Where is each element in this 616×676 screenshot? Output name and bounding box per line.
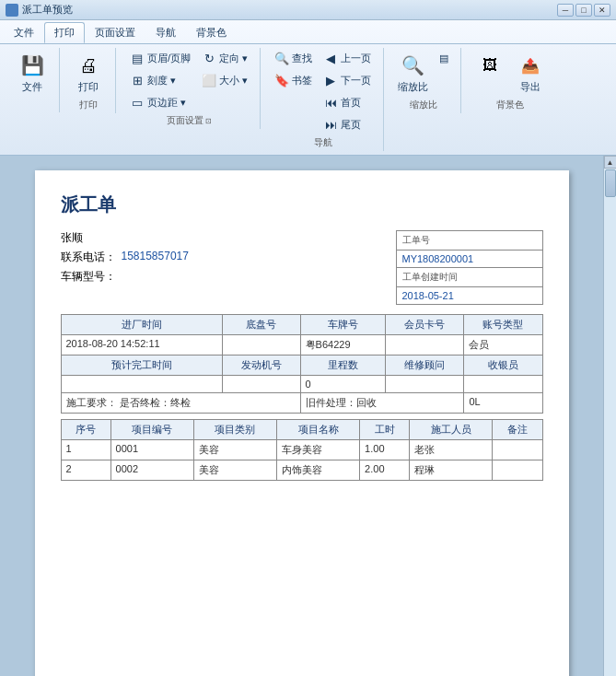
ribbon-group-page-setup: ▤ 页眉/页脚 ⊞ 刻度 ▾ ▭ 页边距 ▾ ↻ 定向 ▾ xyxy=(118,48,261,129)
document-page: 派工单 张顺 联系电话： 15815857017 车辆型号： xyxy=(35,170,569,676)
bg-icon: 🖼 xyxy=(475,51,505,80)
detail-hours-1: 1.00 xyxy=(360,440,410,460)
entry-time-value: 2018-08-20 14:52:11 xyxy=(61,335,222,355)
margin-icon: ▭ xyxy=(130,95,145,110)
header-footer-icon: ▤ xyxy=(130,51,145,65)
chassis-value xyxy=(222,335,300,355)
detail-note-1 xyxy=(493,440,542,460)
tab-print[interactable]: 打印 xyxy=(44,22,85,43)
work-order-value-row: MY1808200001 xyxy=(397,251,542,268)
account-type-value: 会员 xyxy=(464,335,542,355)
detail-row-1: 1 0001 美容 车身美容 1.00 老张 xyxy=(61,440,542,460)
page-setup-expand-icon[interactable]: ⊡ xyxy=(205,117,212,125)
col-engine: 发动机号 xyxy=(222,355,300,376)
window-title: 派工单预览 xyxy=(22,3,73,17)
title-bar: 派工单预览 ─ □ ✕ xyxy=(0,0,616,20)
zoom-option-button[interactable]: ▤ xyxy=(435,50,453,67)
work-order-label-row: 工单号 xyxy=(397,231,542,251)
col-mileage: 里程数 xyxy=(300,355,386,376)
zoom-button[interactable]: 🔍 缩放比 xyxy=(393,48,433,97)
find-button[interactable]: 🔍 查找 xyxy=(270,48,317,68)
export-label: 导出 xyxy=(520,80,540,94)
last-page-button[interactable]: ⏭ 尾页 xyxy=(319,114,376,134)
info-section: 张顺 联系电话： 15815857017 车辆型号： 工单号 MY1 xyxy=(61,230,543,305)
bg-button[interactable]: 🖼 xyxy=(471,48,509,83)
detail-name-2: 内饰美容 xyxy=(276,460,359,481)
print-label: 打印 xyxy=(78,80,99,94)
table-row-req: 施工要求： 是否终检：终检 旧件处理：回收 0L xyxy=(61,393,542,414)
prev-page-button[interactable]: ◀ 上一页 xyxy=(319,48,376,68)
customer-name: 张顺 xyxy=(61,230,83,246)
bookmark-button[interactable]: 🔖 书签 xyxy=(270,70,317,90)
margin-button[interactable]: ▭ 页边距 ▾ xyxy=(125,92,195,112)
col-account-type: 账号类型 xyxy=(464,315,542,335)
tab-navigation[interactable]: 导航 xyxy=(145,22,186,43)
scroll-thumb-v[interactable] xyxy=(605,169,616,197)
next-page-icon: ▶ xyxy=(323,73,338,87)
header-footer-button[interactable]: ▤ 页眉/页脚 xyxy=(125,48,195,68)
maximize-button[interactable]: □ xyxy=(575,4,592,17)
detail-col-category: 项目类别 xyxy=(193,420,276,440)
member-card-value xyxy=(386,335,464,355)
info-table: 进厂时间 底盘号 车牌号 会员卡号 账号类型 2018-08-20 14:52:… xyxy=(61,314,543,414)
phone-value: 15815857017 xyxy=(122,250,189,265)
ribbon-group-bg: 🖼 📤 导出 背景色 xyxy=(463,48,557,113)
nav-group-label: 导航 xyxy=(314,136,332,149)
detail-note-2 xyxy=(493,460,542,481)
cashier-value xyxy=(464,376,542,393)
orientation-button[interactable]: ↻ 定向 ▾ xyxy=(197,48,252,68)
oil-value: 0L xyxy=(469,396,480,407)
req-label: 施工要求： xyxy=(66,397,117,408)
tab-page-setup[interactable]: 页面设置 xyxy=(85,22,145,43)
detail-name-1: 车身美容 xyxy=(276,440,359,460)
order-info-box: 工单号 MY1808200001 工单创建时间 2018-05-21 xyxy=(396,230,543,305)
orientation-icon: ↻ xyxy=(202,51,216,65)
zoom-icon: 🔍 xyxy=(399,51,428,80)
inspection-value: 是否终检：终检 xyxy=(120,397,191,408)
oil-cell: 0L xyxy=(464,393,542,414)
req-cell: 施工要求： 是否终检：终检 xyxy=(61,393,300,414)
save-button[interactable]: 💾 文件 xyxy=(13,48,52,97)
detail-worker-2: 程琳 xyxy=(410,460,493,481)
last-page-icon: ⏭ xyxy=(323,117,338,132)
tab-bg-color[interactable]: 背景色 xyxy=(186,22,237,43)
vertical-scrollbar[interactable]: ▲ ▼ xyxy=(603,156,616,676)
detail-col-seq: 序号 xyxy=(61,420,110,440)
detail-seq-2: 2 xyxy=(61,460,110,481)
parts-label: 旧件处理：回收 xyxy=(306,397,377,408)
close-button[interactable]: ✕ xyxy=(594,4,610,17)
size-icon: ⬜ xyxy=(202,73,216,87)
minimize-button[interactable]: ─ xyxy=(557,4,574,17)
print-icon: 🖨 xyxy=(74,51,103,80)
detail-col-worker: 施工人员 xyxy=(410,420,493,440)
first-page-icon: ⏮ xyxy=(323,95,338,110)
find-icon: 🔍 xyxy=(274,51,289,65)
next-page-button[interactable]: ▶ 下一页 xyxy=(319,70,376,90)
first-page-button[interactable]: ⏮ 首页 xyxy=(319,92,376,112)
tab-file[interactable]: 文件 xyxy=(4,22,44,43)
page-setup-group-label: 页面设置 xyxy=(167,114,203,127)
size-button[interactable]: ⬜ 大小 ▾ xyxy=(197,70,252,90)
detail-col-note: 备注 xyxy=(493,420,542,440)
app-icon xyxy=(6,4,18,17)
scroll-up-arrow[interactable]: ▲ xyxy=(604,156,617,169)
print-button[interactable]: 🖨 打印 xyxy=(69,48,108,97)
ribbon-group-navigation: 🔍 查找 🔖 书签 ◀ 上一页 ▶ 下一页 xyxy=(262,48,384,151)
prev-page-icon: ◀ xyxy=(323,51,338,65)
engine-value xyxy=(222,376,300,393)
zoom-group-label: 缩放比 xyxy=(410,99,437,111)
ribbon-tabs: 文件 打印 页面设置 导航 背景色 xyxy=(0,20,616,43)
ribbon: 文件 打印 页面设置 导航 背景色 💾 文件 🖨 打印 打印 xyxy=(0,20,616,156)
col-entry-time: 进厂时间 xyxy=(61,315,222,335)
detail-seq-1: 1 xyxy=(61,440,110,460)
bookmark-icon: 🔖 xyxy=(274,73,289,87)
ribbon-content: 💾 文件 🖨 打印 打印 ▤ 页眉 xyxy=(0,43,616,155)
customer-info: 张顺 联系电话： 15815857017 车辆型号： xyxy=(61,230,189,305)
export-button[interactable]: 📤 导出 xyxy=(511,48,550,97)
scroll-track-v[interactable] xyxy=(604,169,616,676)
scale-button[interactable]: ⊞ 刻度 ▾ xyxy=(125,70,195,90)
advisor-value xyxy=(386,376,464,393)
parts-cell: 旧件处理：回收 xyxy=(300,393,464,414)
detail-code-1: 0001 xyxy=(110,440,193,460)
detail-col-code: 项目编号 xyxy=(110,420,193,440)
